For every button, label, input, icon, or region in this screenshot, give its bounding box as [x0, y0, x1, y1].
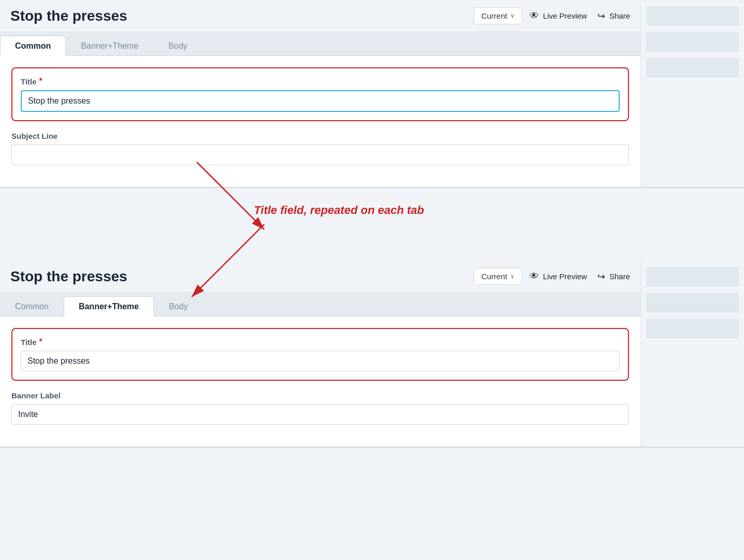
panel-1-row: Stop the presses Current ∨ 👁 Live Previe… — [0, 0, 744, 188]
title-section-2: Title * — [11, 328, 629, 381]
share-icon-2: ↪ — [597, 271, 605, 282]
subject-label-1: Subject Line — [11, 132, 629, 140]
chevron-down-icon-2: ∨ — [510, 273, 514, 280]
version-dropdown-2[interactable]: Current ∨ — [474, 268, 522, 285]
title-input-1[interactable] — [21, 90, 620, 112]
panel-1-header: Stop the presses Current ∨ 👁 Live Previe… — [0, 0, 640, 32]
subject-input-1[interactable] — [11, 145, 629, 165]
title-section-1: Title * — [11, 67, 629, 121]
version-label-1: Current — [481, 11, 507, 20]
live-preview-label-2: Live Preview — [543, 272, 587, 281]
tab-1-body[interactable]: Body — [153, 36, 202, 56]
version-label-2: Current — [481, 272, 507, 281]
banner-label-2: Banner Label — [11, 391, 629, 400]
panel-1-title: Stop the presses — [10, 8, 466, 24]
eye-icon-2: 👁 — [530, 271, 539, 282]
sidebar-block-1a — [646, 6, 739, 26]
share-label-2: Share — [609, 272, 630, 281]
share-button-1[interactable]: ↪ Share — [597, 10, 630, 22]
sidebar-block-1b — [646, 32, 739, 52]
sidebar-block-2c — [646, 319, 739, 338]
tab-2-body[interactable]: Body — [154, 296, 203, 317]
share-button-2[interactable]: ↪ Share — [597, 271, 630, 282]
panel-1-content: Title * Subject Line — [0, 56, 640, 187]
live-preview-button-2[interactable]: 👁 Live Preview — [530, 271, 587, 282]
live-preview-button-1[interactable]: 👁 Live Preview — [530, 10, 587, 21]
panel-1-main: Stop the presses Current ∨ 👁 Live Previe… — [0, 0, 640, 187]
chevron-down-icon-1: ∨ — [510, 12, 514, 19]
title-input-2[interactable] — [21, 351, 620, 371]
eye-icon-1: 👁 — [530, 10, 539, 21]
annotation-region: Title field, repeated on each tab — [0, 188, 744, 261]
banner-input-2[interactable] — [11, 404, 629, 425]
required-star-2: * — [39, 337, 42, 347]
panel-2-main: Stop the presses Current ∨ 👁 Live Previe… — [0, 261, 640, 447]
banner-section-2: Banner Label — [11, 391, 629, 425]
sidebar-block-1c — [646, 58, 739, 78]
header-actions-2: 👁 Live Preview ↪ Share — [530, 271, 630, 282]
sidebar-block-2b — [646, 293, 739, 312]
tab-bar-2: Common Banner+Theme Body — [0, 293, 640, 317]
annotation-text: Title field, repeated on each tab — [254, 204, 424, 217]
panel-1-sidebar — [640, 0, 744, 187]
panel-2-header: Stop the presses Current ∨ 👁 Live Previe… — [0, 261, 640, 293]
tab-1-banner-theme[interactable]: Banner+Theme — [66, 36, 153, 56]
tab-2-banner-theme[interactable]: Banner+Theme — [64, 296, 154, 317]
sidebar-block-2a — [646, 267, 739, 286]
title-label-1: Title * — [21, 77, 620, 86]
live-preview-label-1: Live Preview — [543, 11, 587, 20]
tab-bar-1: Common Banner+Theme Body — [0, 32, 640, 56]
page-wrapper: Stop the presses Current ∨ 👁 Live Previe… — [0, 0, 744, 448]
required-star-1: * — [39, 77, 42, 86]
panel-2-title: Stop the presses — [10, 268, 466, 285]
panel-2-content: Title * Banner Label — [0, 317, 640, 447]
subject-section-1: Subject Line — [11, 132, 629, 165]
tab-2-common[interactable]: Common — [0, 296, 64, 317]
version-dropdown-1[interactable]: Current ∨ — [474, 7, 522, 24]
share-icon-1: ↪ — [597, 10, 605, 22]
title-label-2: Title * — [21, 337, 620, 347]
panel-2-sidebar — [640, 261, 744, 447]
panel-2-row: Stop the presses Current ∨ 👁 Live Previe… — [0, 261, 744, 448]
share-label-1: Share — [609, 11, 630, 20]
tab-1-common[interactable]: Common — [0, 36, 66, 56]
header-actions-1: 👁 Live Preview ↪ Share — [530, 10, 630, 22]
